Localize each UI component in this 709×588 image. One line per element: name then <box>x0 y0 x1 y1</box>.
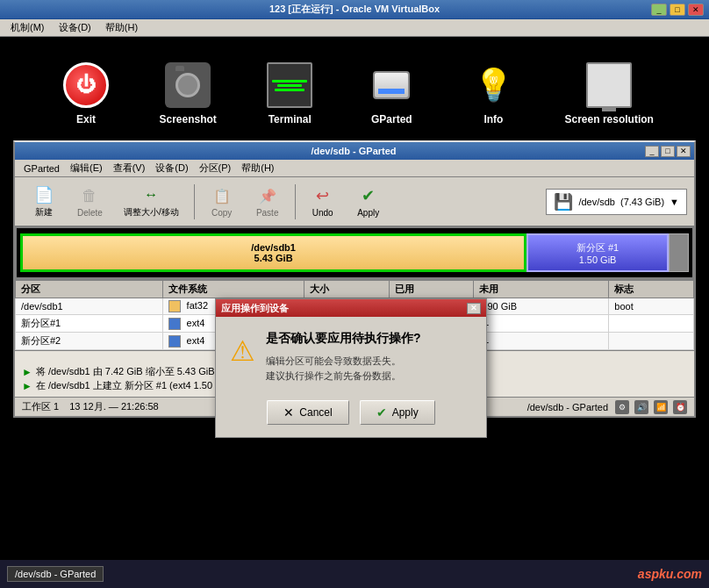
disk-part-new1[interactable]: 新分区 #1 1.50 GiB <box>526 233 669 272</box>
delete-partition-button[interactable]: 🗑 Delete <box>68 181 112 223</box>
dialog-body-line1: 编辑分区可能会导致数据丢失。 <box>266 354 472 369</box>
dialog-title-text: 应用操作到设备 <box>221 302 289 315</box>
window-controls: _ □ ✕ <box>651 4 704 16</box>
resize-button[interactable]: ↔ 调整大小/移动 <box>114 181 189 223</box>
col-filesystem: 文件系统 <box>162 281 304 298</box>
maximize-button[interactable]: □ <box>670 4 685 16</box>
device-path: /dev/sdb <box>578 197 615 207</box>
screenshot-label: Screenshot <box>159 113 216 125</box>
apply-toolbar-icon: ✔ <box>358 185 379 206</box>
undo-button[interactable]: ↩ Undo <box>301 181 345 223</box>
taskbar: /dev/sdb - GParted aspku.com <box>0 560 709 588</box>
device-size: (7.43 GiB) <box>620 197 664 207</box>
lightbulb-icon: 💡 <box>470 62 516 108</box>
apply-toolbar-button[interactable]: ✔ Apply <box>347 181 390 223</box>
gparted-title: /dev/sdb - GParted <box>62 146 645 156</box>
gparted-menu-bar: GParted 编辑(E) 查看(V) 设备(D) 分区(P) 帮助(H) <box>15 160 694 177</box>
part-unused-2: --- <box>474 333 609 350</box>
screen-res-button[interactable]: Screen resolution <box>565 62 654 125</box>
dialog-buttons: ✕ Cancel ✔ Apply <box>216 393 486 437</box>
menu-help[interactable]: 帮助(H) <box>98 19 145 36</box>
gp-menu-partition[interactable]: 分区(P) <box>194 160 237 176</box>
disk-unallocated <box>669 233 689 272</box>
gparted-button[interactable]: GParted <box>361 62 422 125</box>
dialog-body: ⚠ 是否确认要应用待执行操作? 编辑分区可能会导致数据丢失。 建议执行操作之前先… <box>216 317 486 393</box>
exit-button[interactable]: ⏻ Exit <box>55 62 117 125</box>
new-partition-button[interactable]: 📄 新建 <box>22 181 66 223</box>
dialog-cancel-button[interactable]: ✕ Cancel <box>267 400 348 425</box>
statusbar-datetime: 13 12月. — 21:26:58 <box>69 400 159 413</box>
device-selector[interactable]: 💾 /dev/sdb (7.43 GiB) ▼ <box>546 189 687 215</box>
dialog-close-btn[interactable]: ✕ <box>467 303 481 314</box>
terminal-label: Terminal <box>269 113 312 125</box>
confirm-dialog: 应用操作到设备 ✕ ⚠ 是否确认要应用待执行操作? 编辑分区可能会导致数据丢失。… <box>215 298 487 438</box>
device-dropdown-arrow[interactable]: ▼ <box>670 197 679 207</box>
disk-part1-name: /dev/sdb1 <box>251 242 296 253</box>
part-unused-1: --- <box>474 315 609 333</box>
gparted-title-bar: /dev/sdb - GParted _ □ ✕ <box>15 142 694 160</box>
gp-menu-view[interactable]: 查看(V) <box>108 160 151 176</box>
disk-part-fat32[interactable]: /dev/sdb1 5.43 GiB <box>20 233 526 272</box>
col-partition: 分区 <box>16 281 163 298</box>
brand-logo: aspku.com <box>638 567 702 581</box>
minimize-button[interactable]: _ <box>651 4 667 16</box>
statusbar-icon-3: 📶 <box>654 400 668 414</box>
cancel-label: Cancel <box>299 406 332 419</box>
part-name-2: 新分区#2 <box>16 333 163 350</box>
screenshot-button[interactable]: Screenshot <box>157 62 218 125</box>
statusbar-workspace: 工作区 1 <box>22 400 59 413</box>
log-text-1: 在 /dev/sdb1 上建立 新分区 #1 (ext4 1.50 GiB) <box>36 379 234 392</box>
exit-label: Exit <box>76 113 96 125</box>
resize-label: 调整大小/移动 <box>124 206 179 219</box>
new-partition-icon: 📄 <box>33 185 54 204</box>
disk-part2-name: 新分区 #1 <box>577 241 619 255</box>
ext4-color-swatch-1 <box>168 318 181 330</box>
taskbar-gparted[interactable]: /dev/sdb - GParted <box>7 566 104 582</box>
statusbar-device: /dev/sdb - GParted <box>527 402 608 412</box>
terminal-button[interactable]: Terminal <box>259 62 320 125</box>
close-button[interactable]: ✕ <box>688 4 704 16</box>
log-arrow-0: ► <box>22 366 32 378</box>
undo-icon: ↩ <box>312 185 333 206</box>
col-size: 大小 <box>304 281 390 298</box>
ext4-color-swatch-2 <box>168 335 181 348</box>
gparted-max-btn[interactable]: □ <box>661 146 675 157</box>
part-name-0: /dev/sdb1 <box>16 298 163 315</box>
col-flags: 标志 <box>609 281 694 298</box>
toolbar-separator-1 <box>194 184 195 219</box>
part-name-1: 新分区#1 <box>16 315 163 333</box>
gparted-icon <box>369 62 414 108</box>
info-button[interactable]: 💡 Info <box>462 62 524 125</box>
part-flags-2 <box>609 333 694 350</box>
terminal-icon <box>267 62 312 108</box>
delete-icon: 🗑 <box>79 185 100 206</box>
dialog-apply-button[interactable]: ✔ Apply <box>360 400 435 425</box>
apply-icon: ✔ <box>376 405 387 419</box>
paste-icon: 📌 <box>257 185 278 206</box>
gparted-min-btn[interactable]: _ <box>645 146 659 157</box>
fat32-color-swatch <box>168 300 181 312</box>
gparted-label: GParted <box>371 113 412 125</box>
part-unused-0: 4.90 GiB <box>474 298 609 315</box>
app-toolbar: ⏻ Exit Screenshot Terminal GParted <box>0 37 709 151</box>
info-label: Info <box>483 113 503 125</box>
paste-button[interactable]: 📌 Paste <box>246 181 290 223</box>
warning-icon: ⚠ <box>230 334 255 383</box>
title-bar: 123 [正在运行] - Oracle VM VirtualBox _ □ ✕ <box>0 0 709 19</box>
part-flags-0: boot <box>609 298 694 315</box>
menu-machine[interactable]: 机制(M) <box>4 19 52 36</box>
gparted-toolbar: 📄 新建 🗑 Delete ↔ 调整大小/移动 📋 Copy 📌 Paste ↩… <box>15 177 694 226</box>
exit-icon: ⏻ <box>63 62 109 108</box>
disk-part1-size: 5.43 GiB <box>254 253 293 263</box>
gp-menu-gparted[interactable]: GParted <box>18 161 65 176</box>
copy-icon: 📋 <box>211 185 233 206</box>
gparted-close-btn[interactable]: ✕ <box>677 146 691 157</box>
disk-visualization: /dev/sdb1 5.43 GiB 新分区 #1 1.50 GiB <box>15 226 694 279</box>
menu-device[interactable]: 设备(D) <box>52 19 98 36</box>
monitor-icon <box>586 62 632 108</box>
copy-button[interactable]: 📋 Copy <box>200 181 244 223</box>
gp-menu-edit[interactable]: 编辑(E) <box>65 160 108 176</box>
gp-menu-help[interactable]: 帮助(H) <box>236 160 279 176</box>
delete-partition-label: Delete <box>77 208 103 218</box>
gp-menu-device[interactable]: 设备(D) <box>150 160 193 176</box>
